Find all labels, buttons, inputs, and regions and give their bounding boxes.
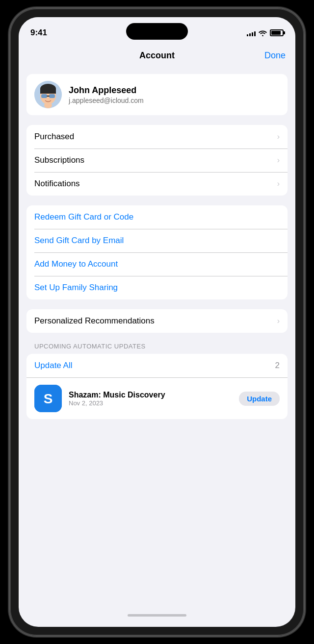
notifications-label: Notifications <box>34 179 80 189</box>
purchased-label: Purchased <box>34 132 74 142</box>
redeem-label: Redeem Gift Card or Code <box>34 212 133 222</box>
action-list-group: Redeem Gift Card or Code Send Gift Card … <box>26 205 288 299</box>
scroll-content: John Appleseed j.appleseed@icloud.com Pu… <box>19 68 295 610</box>
nav-title: Account <box>139 50 175 61</box>
avatar <box>34 81 62 108</box>
svg-rect-3 <box>40 89 56 94</box>
chevron-icon: › <box>277 156 280 165</box>
update-all-label: Update All <box>34 361 73 371</box>
account-info: John Appleseed j.appleseed@icloud.com <box>69 85 144 104</box>
chevron-icon: › <box>277 317 280 325</box>
home-indicator <box>128 614 186 617</box>
list-item-add-money[interactable]: Add Money to Account <box>26 252 288 276</box>
update-all-row[interactable]: Update All 2 <box>26 354 288 378</box>
bottom-bar <box>19 610 295 627</box>
wifi-icon <box>259 30 267 36</box>
app-date: Nov 2, 2023 <box>69 399 232 407</box>
shazam-app-icon: S <box>34 385 62 412</box>
account-email: j.appleseed@icloud.com <box>69 97 144 104</box>
app-update-row: S Shazam: Music Discovery Nov 2, 2023 Up… <box>26 378 288 419</box>
status-icons <box>247 29 284 36</box>
upcoming-section-label: UPCOMING AUTOMATIC UPDATES <box>26 343 288 354</box>
list-item-purchased[interactable]: Purchased › <box>26 125 288 149</box>
personalized-label: Personalized Recommendations <box>34 316 155 326</box>
chevron-icon: › <box>277 132 280 141</box>
upcoming-section: UPCOMING AUTOMATIC UPDATES Update All 2 … <box>26 343 288 419</box>
account-name: John Appleseed <box>69 85 144 96</box>
subscriptions-label: Subscriptions <box>34 155 84 165</box>
done-button[interactable]: Done <box>264 50 286 61</box>
send-gift-label: Send Gift Card by Email <box>34 236 124 246</box>
list-item-personalized[interactable]: Personalized Recommendations › <box>26 309 288 333</box>
family-sharing-label: Set Up Family Sharing <box>34 283 118 293</box>
avatar-image <box>34 81 62 108</box>
list-item-notifications[interactable]: Notifications › <box>26 172 288 196</box>
svg-rect-5 <box>49 94 55 98</box>
updates-group: Update All 2 S Shazam: Music Discov <box>26 354 288 419</box>
update-button[interactable]: Update <box>239 392 280 406</box>
list-item-family-sharing[interactable]: Set Up Family Sharing <box>26 276 288 299</box>
list-item-subscriptions[interactable]: Subscriptions › <box>26 149 288 172</box>
signal-bars-icon <box>247 30 256 36</box>
app-name: Shazam: Music Discovery <box>69 391 232 399</box>
nav-bar: Account Done <box>19 43 295 68</box>
update-count: 2 <box>275 361 280 371</box>
list-item-redeem[interactable]: Redeem Gift Card or Code <box>26 205 288 229</box>
svg-text:S: S <box>44 391 53 406</box>
list-item-send-gift[interactable]: Send Gift Card by Email <box>26 229 288 252</box>
svg-rect-6 <box>47 96 50 97</box>
phone-frame: 9:41 Account <box>10 8 304 636</box>
chevron-icon: › <box>277 179 280 188</box>
status-time: 9:41 <box>30 28 47 38</box>
account-card[interactable]: John Appleseed j.appleseed@icloud.com <box>26 74 288 115</box>
dynamic-island <box>126 23 188 40</box>
app-info: Shazam: Music Discovery Nov 2, 2023 <box>69 391 232 407</box>
add-money-label: Add Money to Account <box>34 259 118 269</box>
svg-point-7 <box>44 102 52 108</box>
svg-rect-4 <box>41 94 47 98</box>
main-list-group: Purchased › Subscriptions › Notification… <box>26 125 288 196</box>
personalized-section: Personalized Recommendations › <box>26 309 288 333</box>
battery-icon <box>270 29 284 36</box>
phone-screen: 9:41 Account <box>19 17 295 627</box>
